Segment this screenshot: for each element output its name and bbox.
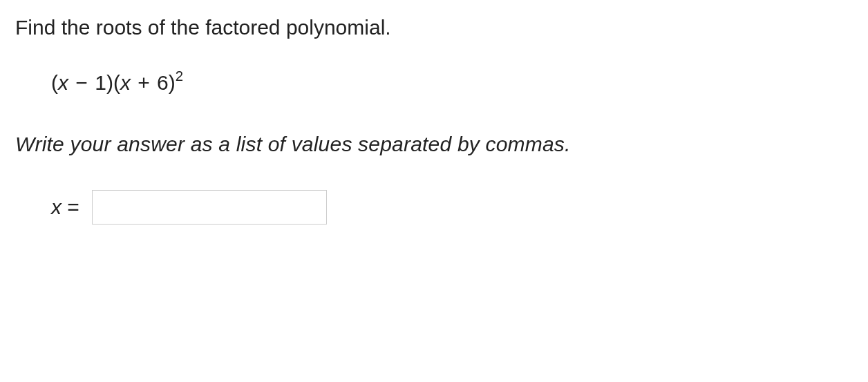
question-text: Find the roots of the factored polynomia… (15, 12, 853, 43)
expr-var-x2: x (120, 71, 131, 94)
expr-plus: + (131, 71, 157, 94)
answer-input[interactable] (92, 190, 327, 225)
answer-label-var: x (51, 195, 62, 218)
expr-var-x1: x (58, 71, 68, 94)
polynomial-expression: (x − 1)(x + 6)2 (15, 68, 853, 98)
expr-num2: 6) (157, 71, 176, 94)
expr-num1: 1)( (95, 71, 120, 94)
hint-text: Write your answer as a list of values se… (15, 129, 853, 160)
expr-paren-open: ( (51, 71, 58, 94)
expr-exponent: 2 (176, 68, 183, 84)
answer-row: x = (15, 190, 853, 225)
answer-label-eq: = (62, 195, 79, 218)
answer-label: x = (51, 192, 79, 222)
expr-minus: − (68, 71, 95, 94)
